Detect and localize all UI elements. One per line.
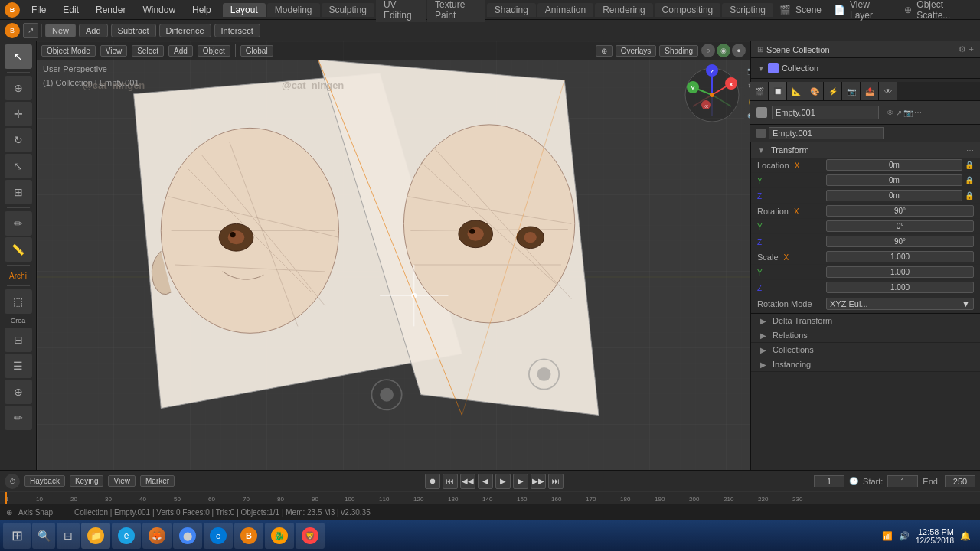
arch-tool2[interactable]: ⊟	[5, 328, 32, 352]
delta-transform-section[interactable]: Delta Transform	[751, 314, 980, 328]
object-menu-btn[interactable]: Object	[198, 45, 230, 57]
tab-sculpting[interactable]: Sculpting	[322, 3, 374, 17]
zoom-btn[interactable]: 🔍	[744, 110, 750, 124]
rotate-tool[interactable]: ↻	[5, 128, 32, 152]
taskbar-ie[interactable]: e	[112, 523, 141, 549]
location-z-input[interactable]: 0m	[826, 190, 962, 201]
taskbar-chrome[interactable]: ⬤	[173, 523, 202, 549]
props-tab-view[interactable]: 👁	[879, 82, 897, 100]
taskbar-blender[interactable]: B	[234, 523, 263, 549]
location-x-lock[interactable]: 🔒	[965, 161, 974, 169]
start-frame-input[interactable]	[887, 475, 918, 487]
jump-end-btn[interactable]: ⏭	[548, 474, 564, 489]
viewport-overlay-btn[interactable]: Overlays	[616, 45, 656, 57]
filter-icon[interactable]: ⚙	[959, 44, 966, 54]
object-mode-btn[interactable]: Object Mode	[41, 45, 96, 57]
rendered-shading-btn[interactable]: ●	[732, 44, 746, 57]
tab-animation[interactable]: Animation	[537, 3, 593, 17]
relations-section[interactable]: Relations	[751, 328, 980, 343]
pan-btn[interactable]: ✋	[744, 95, 750, 109]
camera-persp-btn[interactable]: 📷	[744, 64, 750, 78]
difference-button[interactable]: Difference	[159, 24, 211, 37]
viewport-shading-btn[interactable]: Shading	[659, 45, 698, 57]
cursor-tool[interactable]: ⊕	[5, 76, 32, 100]
scale-tool[interactable]: ⤡	[5, 154, 32, 178]
next-keyframe-btn[interactable]: ▶	[513, 474, 528, 489]
collections-section[interactable]: Collections	[751, 343, 980, 357]
props-tab-scene[interactable]: 🎬	[750, 82, 769, 100]
instancing-section[interactable]: Instancing	[751, 357, 980, 372]
rotation-y-input[interactable]: 0°	[826, 220, 974, 232]
rotation-mode-dropdown[interactable]: XYZ Eul... ▼	[826, 298, 974, 310]
arrow-icon[interactable]: ↗	[23, 23, 38, 38]
scale-z-input[interactable]: 1.000	[826, 282, 974, 293]
timeline-ruler[interactable]: 1 10 20 30 40 50 60 70 80 90 100 110 120…	[0, 491, 980, 504]
viewport-gizmo-toggle[interactable]: ⊕	[596, 45, 612, 57]
menu-window[interactable]: Window	[137, 3, 181, 17]
render-icon[interactable]: 📷	[903, 109, 913, 117]
measure-tool[interactable]: 📏	[5, 237, 32, 262]
location-y-input[interactable]: 0m	[826, 174, 962, 186]
taskbar-firefox[interactable]: 🦊	[142, 523, 172, 549]
arch-tool4[interactable]: ⊕	[5, 380, 32, 404]
object-name-input[interactable]	[772, 106, 879, 119]
location-z-lock[interactable]: 🔒	[965, 191, 974, 200]
search-taskbar[interactable]: 🔍	[32, 523, 55, 549]
tab-scripting[interactable]: Scripting	[722, 3, 773, 17]
taskbar-app3[interactable]: 🦁	[296, 523, 325, 549]
new-button[interactable]: New	[45, 24, 76, 37]
add-collection-icon[interactable]: +	[969, 44, 974, 54]
clock-display[interactable]: 12:58 PM 12/25/2018	[916, 527, 954, 545]
add-button[interactable]: Add	[79, 24, 108, 37]
transform-header[interactable]: Transform ⋯	[751, 142, 980, 158]
tab-uv-editing[interactable]: UV Editing	[376, 0, 426, 22]
pointer-icon[interactable]: ↗	[896, 109, 902, 117]
current-frame-input[interactable]	[814, 475, 844, 487]
prev-keyframe-btn[interactable]: ◀	[478, 474, 493, 489]
network-icon[interactable]: 📶	[882, 531, 893, 541]
select-tool[interactable]: ↖	[5, 44, 32, 69]
taskbar-app2[interactable]: 🐉	[265, 523, 294, 549]
notifications-icon[interactable]: 🔔	[960, 531, 971, 541]
eye-icon[interactable]: 👁	[887, 109, 894, 117]
viewport-3d[interactable]: Object Mode View Select Add Object Globa…	[37, 41, 750, 470]
tab-compositing[interactable]: Compositing	[655, 3, 721, 17]
scale-y-input[interactable]: 1.000	[826, 266, 974, 278]
props-tab-render[interactable]: 📷	[842, 82, 861, 100]
solid-shading-btn[interactable]: ○	[701, 44, 715, 57]
view-menu-btn[interactable]: View	[100, 45, 128, 57]
task-view-btn[interactable]: ⊟	[57, 523, 80, 549]
tab-modeling[interactable]: Modeling	[267, 3, 320, 17]
annotate-tool[interactable]: ✏	[5, 211, 32, 236]
blender-logo[interactable]: B	[5, 2, 20, 18]
scale-x-input[interactable]: 1.000	[826, 251, 974, 262]
props-tab-data[interactable]: 📐	[787, 82, 805, 100]
navigation-gizmo[interactable]: X Y Z -X 📷 ↻ ✋ 🔍	[681, 64, 743, 126]
tab-texture-paint[interactable]: Texture Paint	[427, 0, 485, 22]
jump-start-btn[interactable]: ⏮	[443, 474, 458, 489]
tab-shading[interactable]: Shading	[487, 3, 536, 17]
more-icon[interactable]: ⋯	[914, 109, 922, 117]
hayback-btn[interactable]: Hayback	[24, 475, 65, 487]
prev-frame-btn[interactable]: ◀◀	[460, 474, 475, 489]
blender-icon-sm[interactable]: B	[5, 23, 20, 38]
subtract-button[interactable]: Subtract	[111, 24, 156, 37]
arch-tool1[interactable]: ⬚	[5, 289, 32, 314]
taskbar-edge[interactable]: e	[204, 523, 233, 549]
props-tab-physics[interactable]: ⚡	[824, 82, 842, 100]
material-shading-btn[interactable]: ◉	[717, 44, 730, 57]
record-btn[interactable]: ⏺	[425, 474, 440, 489]
arch-tool3[interactable]: ☰	[5, 354, 32, 378]
object-data-name-input[interactable]	[769, 127, 884, 139]
orbit-btn[interactable]: ↻	[744, 80, 750, 93]
location-y-lock[interactable]: 🔒	[965, 176, 974, 184]
transform-mode-btn[interactable]: Global	[240, 45, 273, 57]
transform-options[interactable]: ⋯	[966, 146, 974, 155]
rotation-z-input[interactable]: 90°	[826, 236, 974, 247]
menu-file[interactable]: File	[26, 3, 51, 17]
end-frame-input[interactable]	[945, 475, 975, 487]
timeline-icon[interactable]: ⏱	[5, 474, 20, 489]
props-tab-output[interactable]: 📤	[861, 82, 879, 100]
collection-item[interactable]: ▼ Collection	[757, 61, 974, 75]
arch-tool5[interactable]: ✏	[5, 406, 32, 430]
